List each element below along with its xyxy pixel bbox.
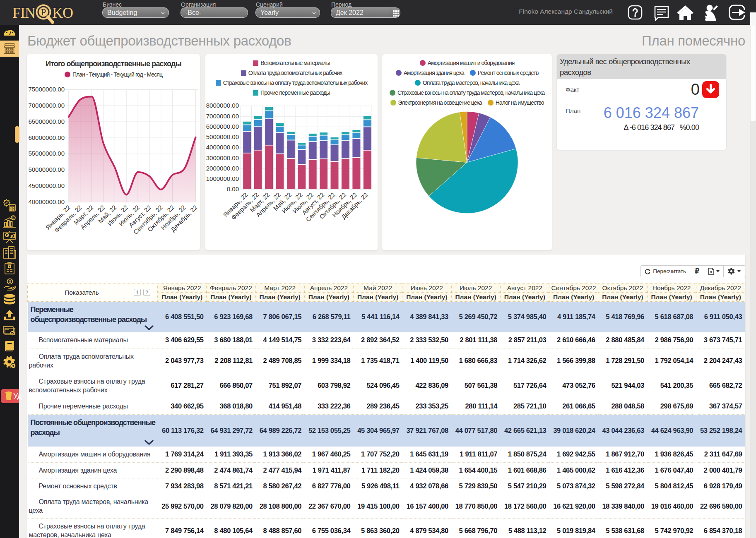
svg-text:70000000.00: 70000000.00 [28,102,65,109]
svg-text:8000000.00: 8000000.00 [206,102,239,109]
svg-text:2000000.00: 2000000.00 [206,165,239,172]
svg-text:40000000.00: 40000000.00 [28,198,65,205]
svg-text:x: x [710,270,712,274]
svg-text:7000000.00: 7000000.00 [206,113,239,120]
svg-text:55000000.00: 55000000.00 [28,150,65,157]
svg-text:65000000.00: 65000000.00 [28,118,65,125]
svg-text:50000000.00: 50000000.00 [28,166,65,173]
svg-text:1000000.00: 1000000.00 [206,175,239,182]
svg-text:6000000.00: 6000000.00 [206,123,239,130]
svg-text:P: P [41,7,46,17]
svg-text:$: $ [9,279,11,283]
svg-text:45000000.00: 45000000.00 [28,182,65,189]
svg-text:3000000.00: 3000000.00 [206,154,239,161]
svg-text:₽: ₽ [12,216,14,220]
svg-text:5000000.00: 5000000.00 [206,133,239,140]
svg-text:60000000.00: 60000000.00 [28,134,65,141]
svg-text:4000000.00: 4000000.00 [206,144,239,151]
svg-text:₽: ₽ [11,331,13,335]
svg-text:75000000.00: 75000000.00 [28,86,65,93]
svg-text:0.00: 0.00 [227,185,239,192]
